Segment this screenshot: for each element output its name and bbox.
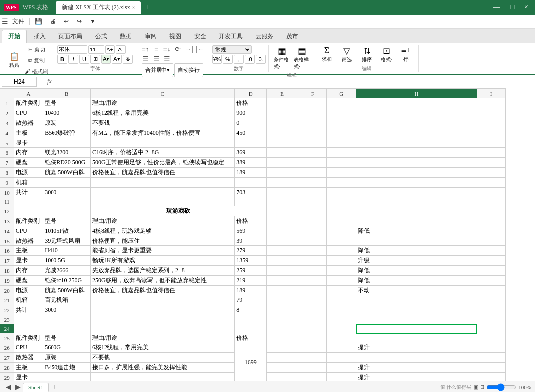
cell-f22[interactable]	[298, 305, 327, 315]
cell-a19[interactable]: 硬盘	[14, 276, 43, 286]
ribbon-tab-devtools[interactable]: 开发工具	[213, 30, 249, 43]
cell-e6[interactable]	[267, 148, 298, 158]
cell-b26[interactable]: 5600G	[43, 343, 91, 353]
cell-h19[interactable]: 降低	[356, 276, 477, 286]
underline-button[interactable]: U	[79, 55, 89, 64]
row-header-12[interactable]: 12	[0, 206, 14, 216]
font-size-increase[interactable]: A+	[105, 45, 115, 54]
cell-h8[interactable]	[356, 168, 477, 178]
cell-g22[interactable]	[327, 305, 356, 315]
cell-g28[interactable]	[327, 363, 356, 373]
decrease-indent[interactable]: |←	[195, 45, 205, 53]
cell-i29[interactable]	[477, 373, 506, 381]
rotate-text[interactable]: ⟳	[173, 45, 183, 53]
cell-c12[interactable]: 玩游戏砍	[90, 206, 266, 216]
filter-button[interactable]: ▽ 筛选	[338, 45, 356, 64]
cell-h22[interactable]	[356, 305, 477, 315]
cell-f9[interactable]	[298, 178, 327, 188]
cell-i14[interactable]	[477, 226, 506, 236]
cell-b12[interactable]	[43, 206, 91, 216]
cell-d5[interactable]	[235, 138, 267, 148]
cell-d7[interactable]: 389	[235, 158, 267, 168]
cell-f18[interactable]	[298, 266, 327, 276]
cell-e11[interactable]	[267, 197, 298, 206]
cell-c18[interactable]: 先放弃品牌，选国产稳定系列，2+8	[90, 266, 234, 276]
cell-a20[interactable]: 电源	[14, 286, 43, 295]
cell-a29[interactable]: 显卡	[14, 373, 43, 381]
cell-a17[interactable]: 显卡	[14, 256, 43, 266]
sheet-tab-1[interactable]: Sheet1	[23, 383, 49, 392]
zoom-slider[interactable]	[486, 383, 516, 391]
cell-f17[interactable]	[298, 256, 327, 266]
cell-f11[interactable]	[298, 197, 327, 206]
cell-i25[interactable]	[477, 333, 506, 343]
cell-g23[interactable]	[327, 315, 356, 324]
cell-h9[interactable]	[356, 178, 477, 188]
cell-h5[interactable]	[356, 138, 477, 148]
cell-g21[interactable]	[327, 295, 356, 305]
cell-a14[interactable]: CPU	[14, 226, 43, 236]
cell-d12[interactable]	[267, 206, 298, 216]
cell-c11[interactable]	[90, 197, 234, 206]
cell-e3[interactable]	[267, 118, 298, 128]
row-header-16[interactable]: 16	[0, 246, 14, 256]
row-header-23[interactable]: 23	[0, 315, 14, 324]
cell-b25[interactable]: 型号	[43, 333, 91, 343]
cell-g14[interactable]	[327, 226, 356, 236]
cell-i19[interactable]	[477, 276, 506, 286]
cell-i26[interactable]	[477, 343, 506, 353]
cell-g26[interactable]	[327, 343, 356, 353]
row-header-7[interactable]: 7	[0, 158, 14, 168]
cell-h15[interactable]	[356, 236, 477, 246]
cell-i13[interactable]	[477, 216, 506, 226]
cell-g9[interactable]	[327, 178, 356, 188]
format-painter-button[interactable]: 🖌 格式刷	[23, 66, 50, 77]
cell-i16[interactable]	[477, 246, 506, 256]
cell-c16[interactable]: 能省则省，显卡更重要	[90, 246, 234, 256]
cell-i20[interactable]	[477, 286, 506, 295]
quick-more[interactable]: ▼	[86, 16, 100, 27]
cell-b17[interactable]: 1060 5G	[43, 256, 91, 266]
cell-h6[interactable]	[356, 148, 477, 158]
cell-b23[interactable]	[43, 315, 91, 324]
maximize-button[interactable]: □	[507, 2, 517, 12]
cell-g7[interactable]	[327, 158, 356, 168]
add-sheet-button[interactable]: +	[50, 383, 59, 391]
cell-c3[interactable]: 不要钱	[90, 118, 234, 128]
row-header-28[interactable]: 28	[0, 363, 14, 373]
cell-a2[interactable]: CPU	[14, 108, 43, 118]
row-header-29[interactable]: 29	[0, 373, 14, 381]
cell-e19[interactable]	[267, 276, 298, 286]
cell-f24[interactable]	[298, 324, 327, 333]
cell-i10[interactable]	[477, 188, 506, 197]
cell-b5[interactable]	[43, 138, 91, 148]
cell-g8[interactable]	[327, 168, 356, 178]
insert-row-button[interactable]: ≡+ 行·	[397, 45, 415, 64]
quick-undo[interactable]: ↩	[60, 16, 73, 27]
cell-b15[interactable]: 39元塔式风扇	[43, 236, 91, 246]
cell-i27[interactable]	[477, 353, 506, 363]
cell-d23[interactable]	[235, 315, 267, 324]
paste-button[interactable]: 📋 粘贴	[7, 50, 22, 70]
cell-d21[interactable]: 79	[235, 295, 267, 305]
cell-a13[interactable]: 配件类别	[14, 216, 43, 226]
cell-h2[interactable]	[356, 108, 477, 118]
cell-g6[interactable]	[327, 148, 356, 158]
merge-center-button[interactable]: 合并居中▾	[142, 63, 173, 77]
cell-c13[interactable]: 理由/用途	[90, 216, 234, 226]
cell-f3[interactable]	[298, 118, 327, 128]
row-header-25[interactable]: 25	[0, 333, 14, 343]
cell-d20[interactable]: 189	[235, 286, 267, 295]
cell-e20[interactable]	[267, 286, 298, 295]
row-header-20[interactable]: 20	[0, 286, 14, 295]
cell-h18[interactable]: 降低	[356, 266, 477, 276]
cell-e2[interactable]	[267, 108, 298, 118]
cell-f20[interactable]	[298, 286, 327, 295]
tab-close-icon[interactable]: ×	[132, 5, 135, 10]
cell-d22[interactable]: 8	[235, 305, 267, 315]
cell-b7[interactable]: 铠侠RD20 500G	[43, 158, 91, 168]
row-header-5[interactable]: 5	[0, 138, 14, 148]
row-header-27[interactable]: 27	[0, 353, 14, 363]
cell-d11[interactable]	[235, 197, 267, 206]
cell-f15[interactable]	[298, 236, 327, 246]
